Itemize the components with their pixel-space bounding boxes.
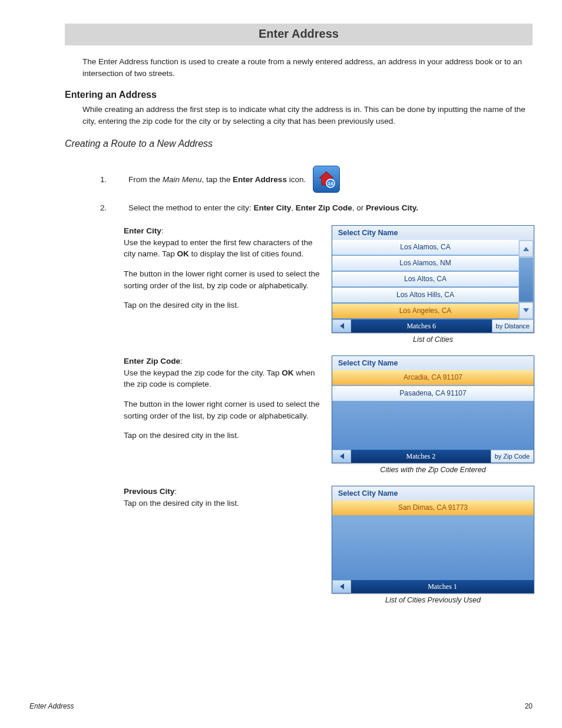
screen-caption: List of Cities — [332, 335, 534, 344]
scroll-down-button[interactable] — [519, 302, 533, 319]
enter-city-text: Enter City: Use the keypad to enter the … — [124, 225, 332, 319]
step-1: 1. From the Main Menu, tap the Enter Add… — [100, 166, 533, 193]
svg-marker-6 — [340, 453, 344, 459]
matches-label: Matches 6 — [351, 319, 492, 332]
zip-cities-screen: Select City NameArcadia, CA 91107Pasaden… — [332, 355, 534, 463]
screen-caption: Cities with the Zip Code Entered — [332, 466, 534, 474]
page-title-bar: Enter Address — [65, 24, 533, 45]
subsection-heading: Creating a Route to a New Address — [65, 139, 533, 149]
svg-marker-4 — [523, 308, 529, 312]
matches-label: Matches 2 — [351, 450, 491, 463]
list-item[interactable]: Pasadena, CA 91107 — [332, 386, 534, 401]
previous-city-text: Previous City: Tap on the desired city i… — [124, 486, 332, 517]
sort-button[interactable]: by Distance — [492, 319, 534, 332]
city-list: Arcadia, CA 91107Pasadena, CA 91107 — [332, 370, 534, 450]
footer-section: Enter Address — [29, 702, 74, 710]
city-list: Los Alamos, CALos Alamos, NMLos Altos, C… — [332, 240, 518, 319]
city-list: San Dimas, CA 91773 — [332, 500, 534, 580]
sort-button[interactable]: by Zip Code — [491, 450, 534, 463]
previous-cities-screen: Select City NameSan Dimas, CA 91773Match… — [332, 486, 534, 594]
step-number: 2. — [100, 203, 124, 212]
step-number: 1. — [100, 175, 124, 184]
svg-marker-5 — [340, 323, 344, 329]
back-button[interactable] — [332, 319, 351, 332]
section-paragraph: While creating an address the first step… — [82, 104, 533, 127]
step-text: From the Main Menu, tap the Enter Addres… — [128, 175, 306, 184]
list-of-cities-screen: Select City NameLos Alamos, CALos Alamos… — [332, 225, 534, 333]
enter-zip-text: Enter Zip Code: Use the keypad the zip c… — [124, 355, 332, 449]
section-heading: Entering an Address — [65, 90, 533, 100]
intro-paragraph: The Enter Address function is used to cr… — [82, 56, 533, 79]
enter-address-icon: 14 — [313, 166, 340, 193]
list-item[interactable]: San Dimas, CA 91773 — [332, 500, 534, 515]
svg-marker-7 — [340, 584, 344, 589]
screen-header: Select City Name — [332, 356, 534, 370]
screen-header: Select City Name — [332, 486, 534, 500]
svg-marker-3 — [523, 247, 529, 251]
screen-caption: List of Cities Previously Used — [332, 596, 534, 604]
list-item[interactable]: Los Alamos, NM — [332, 256, 518, 271]
back-button[interactable] — [332, 450, 351, 463]
page-title: Enter Address — [65, 27, 533, 41]
screen-header: Select City Name — [332, 226, 534, 240]
list-item[interactable]: Los Altos, CA — [332, 272, 518, 286]
matches-label: Matches 1 — [351, 580, 534, 593]
scrollbar[interactable] — [518, 240, 534, 319]
list-item[interactable]: Los Alamos, CA — [332, 240, 518, 255]
list-item[interactable]: Arcadia, CA 91107 — [332, 370, 534, 385]
page-footer: Enter Address 20 — [29, 702, 533, 710]
list-item[interactable]: Los Angeles, CA — [332, 304, 518, 318]
step-text: Select the method to enter the city: Ent… — [128, 203, 418, 212]
step-2: 2. Select the method to enter the city: … — [100, 203, 533, 212]
list-item[interactable]: Los Altos Hills, CA — [332, 288, 518, 302]
scroll-up-button[interactable] — [519, 241, 533, 257]
svg-text:14: 14 — [328, 181, 333, 186]
back-button[interactable] — [332, 580, 351, 593]
footer-page-number: 20 — [525, 702, 533, 710]
